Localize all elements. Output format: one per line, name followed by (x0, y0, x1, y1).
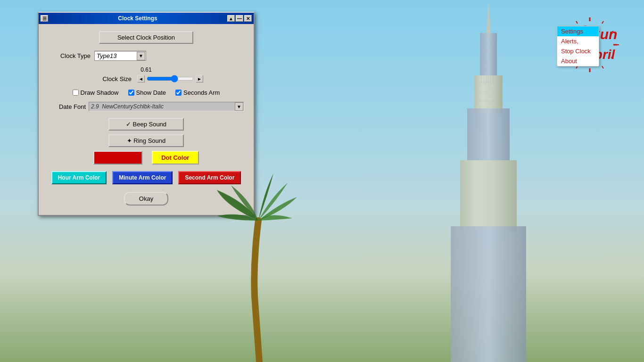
menu-item-settings[interactable]: Settings (557, 26, 599, 36)
minute-arm-label: Minute Arm Color (119, 174, 166, 181)
okay-button[interactable]: Okay (124, 192, 168, 206)
clock-size-row: Clock Size ◄ ► (48, 74, 244, 83)
clock-size-slider[interactable] (147, 74, 194, 83)
title-menu-button[interactable]: ☰ (41, 15, 48, 22)
hour-arm-label: Hour Arm Color (58, 174, 100, 181)
svg-marker-0 (486, 0, 491, 38)
dialog-titlebar: ☰ Clock Settings ▲ — ✕ (39, 13, 254, 24)
minimize-button[interactable]: ▲ (227, 15, 235, 22)
select-position-button[interactable]: Select Clock Position (99, 31, 193, 44)
clock-type-label: Clock Type (48, 52, 91, 59)
arm-color-label: Arm Color (103, 154, 133, 161)
dot-color-label: Dot Color (161, 154, 189, 161)
clock-size-label: Clock Size (89, 75, 132, 82)
date-font-row: Date Font ▼ (48, 102, 244, 111)
palm-illustration (189, 164, 339, 362)
draw-shadow-option[interactable]: Draw Shadow (73, 89, 119, 96)
svg-rect-5 (451, 226, 526, 362)
seconds-arm-label: Seconds Arm (183, 89, 220, 96)
date-font-label: Date Font (48, 103, 86, 110)
clock-size-value: 0.61 (48, 66, 244, 73)
date-font-input[interactable] (89, 102, 244, 111)
date-font-dropdown-wrapper: ▼ (89, 102, 244, 111)
minute-arm-button[interactable]: Minute Arm Color (112, 171, 173, 184)
title-left-buttons: ☰ (41, 15, 48, 22)
settings-menu: Settings Alerts, Stop Clock About (557, 26, 599, 66)
menu-item-stop-clock[interactable]: Stop Clock (557, 46, 599, 56)
clock-type-dropdown-wrapper: Type13 ▼ (94, 51, 146, 61)
color-buttons-row: Arm Color Dot Color (48, 151, 244, 165)
hour-arm-button[interactable]: Hour Arm Color (51, 171, 107, 184)
restore-button[interactable]: — (236, 15, 243, 22)
clock-type-row: Clock Type Type13 ▼ (48, 51, 244, 61)
options-row: Draw Shadow Show Date Seconds Arm (48, 89, 244, 96)
svg-line-24 (602, 66, 603, 68)
beep-sound-button[interactable]: ✓ Beep Sound (108, 118, 184, 131)
menu-item-about[interactable]: About (557, 56, 599, 66)
draw-shadow-label: Draw Shadow (81, 89, 119, 96)
menu-item-alerts[interactable]: Alerts, (557, 36, 599, 46)
dialog-title: Clock Settings (118, 15, 157, 22)
clock-type-select[interactable]: Type13 (94, 51, 146, 61)
ring-sound-button[interactable]: ✦ Ring Sound (108, 134, 184, 147)
show-date-checkbox[interactable] (128, 90, 134, 96)
draw-shadow-checkbox[interactable] (73, 90, 79, 96)
dot-color-button[interactable]: Dot Color (152, 151, 199, 165)
clock-size-increase[interactable]: ► (196, 75, 203, 82)
close-button[interactable]: ✕ (244, 15, 252, 22)
clock-size-section: 0.61 Clock Size ◄ ► (48, 66, 244, 83)
arm-color-button[interactable]: Arm Color (93, 151, 142, 165)
svg-rect-3 (467, 108, 510, 165)
seconds-arm-option[interactable]: Seconds Arm (175, 89, 220, 96)
show-date-label: Show Date (136, 89, 166, 96)
building-illustration (427, 0, 550, 362)
show-date-option[interactable]: Show Date (128, 89, 166, 96)
seconds-arm-checkbox[interactable] (175, 90, 182, 96)
clock-size-decrease[interactable]: ◄ (137, 75, 145, 82)
svg-rect-4 (460, 160, 517, 231)
